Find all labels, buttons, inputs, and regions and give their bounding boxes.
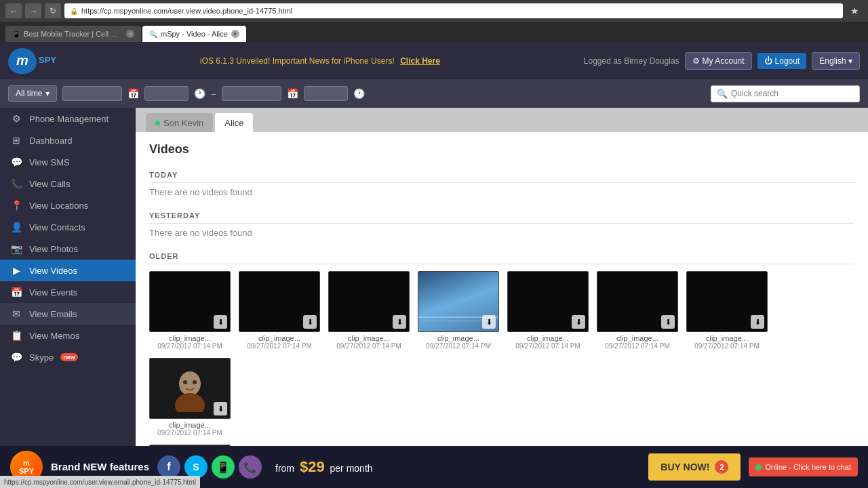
logout-button[interactable]: ⏻ Logout (757, 53, 807, 69)
start-date-input[interactable] (62, 86, 122, 101)
sidebar-item-view-emails[interactable]: ✉ View Emails (0, 303, 136, 325)
price-text: from $29 per month (275, 458, 373, 476)
video-name: clip_image... (169, 421, 211, 429)
svg-point-3 (193, 380, 197, 384)
bookmark-icon[interactable]: ★ (846, 3, 863, 18)
price-amount: $29 (300, 458, 325, 475)
buy-now-button[interactable]: BUY NOW! 2 (648, 453, 741, 481)
sidebar-label: View Locations (29, 201, 88, 211)
video-name: clip_image... (169, 334, 211, 342)
download-overlay[interactable]: ⬇ (572, 315, 585, 329)
video-item[interactable]: ⬇ clip_image... 09/27/2012 07:14 PM (418, 271, 499, 350)
viber-icon[interactable]: 📞 (239, 455, 262, 479)
sidebar-item-view-sms[interactable]: 💬 View SMS (0, 151, 136, 173)
start-time-input[interactable] (144, 86, 189, 101)
sidebar-item-view-locations[interactable]: 📍 View Locations (0, 195, 136, 216)
profile-tab-alice[interactable]: Alice (215, 113, 253, 132)
promo-link[interactable]: Click Here (400, 56, 440, 66)
video-item[interactable]: ⬇ clip_image... 09/27/2012 07:14 PM (149, 271, 231, 350)
video-thumb: ⬇ (149, 271, 231, 332)
facebook-icon[interactable]: f (157, 455, 180, 479)
address-bar[interactable]: 🔒 https://cp.mspyonline.com/user.view.vi… (64, 3, 843, 18)
profile-tab-label: Son Kevin (163, 118, 203, 128)
tab-active[interactable]: 🔍 mSpy - Video - Alice ✕ (142, 26, 246, 42)
tab-inactive[interactable]: 📱 Best Mobile Tracker | Cell Pho... ✕ (5, 26, 141, 42)
emails-icon: ✉ (10, 308, 22, 319)
videos-section: Videos TODAY There are no videos found Y… (136, 132, 868, 447)
date-range-filter[interactable]: All time ▾ (8, 85, 57, 102)
profile-tab-son-kevin[interactable]: Son Kevin (146, 113, 213, 132)
download-overlay[interactable]: ⬇ (214, 315, 227, 329)
sms-icon: 💬 (10, 157, 22, 167)
browser-forward[interactable]: → (25, 3, 41, 18)
video-date: 09/27/2012 07:14 PM (157, 342, 222, 350)
browser-chrome: ← → ↻ 🔒 https://cp.mspyonline.com/user.v… (0, 0, 868, 22)
video-item[interactable]: ⬇ clip_image... 09/27/2012 07:14 PM (507, 271, 589, 350)
skype-social-icon[interactable]: S (184, 455, 208, 479)
video-thumb: ⬇ (597, 271, 678, 332)
search-bar: 🔍 (711, 85, 860, 102)
tab-close-inactive[interactable]: ✕ (126, 30, 134, 38)
browser-back[interactable]: ← (5, 3, 22, 18)
video-item[interactable]: ⬇ clip_image... 09/27/2012 07:14 PM (597, 271, 678, 350)
svg-point-1 (175, 393, 205, 412)
yesterday-empty-text: There are no videos found (149, 228, 854, 238)
new-badge: new (60, 353, 78, 361)
my-account-button[interactable]: ⚙ My Account (685, 52, 752, 70)
clock-icon-start[interactable]: 🕐 (194, 88, 205, 99)
tab-close-active[interactable]: ✕ (231, 30, 239, 38)
logged-as-text: Logged as Birney Douglas (584, 56, 679, 66)
language-button[interactable]: English ▾ (812, 52, 860, 70)
sidebar-item-view-photos[interactable]: 📷 View Photos (0, 238, 136, 260)
browser-tabs: 📱 Best Mobile Tracker | Cell Pho... ✕ 🔍 … (0, 22, 868, 42)
profile-dot-kevin (155, 121, 160, 125)
yesterday-label: YESTERDAY (149, 207, 854, 224)
sidebar-item-view-events[interactable]: 📅 View Events (0, 281, 136, 303)
video-item[interactable]: ⬇ clip_image... 09/27/2012 07:14 PM (149, 358, 231, 436)
search-icon: 🔍 (717, 89, 728, 99)
sidebar-label: View Contacts (29, 222, 85, 232)
download-overlay[interactable]: ⬇ (661, 315, 675, 329)
notification-badge: 2 (715, 460, 728, 474)
download-overlay[interactable]: ⬇ (393, 315, 406, 329)
sidebar-item-view-contacts[interactable]: 👤 View Contacts (0, 216, 136, 238)
browser-refresh[interactable]: ↻ (45, 3, 61, 18)
whatsapp-icon[interactable]: 📱 (212, 455, 235, 479)
today-section: TODAY There are no videos found (149, 167, 854, 197)
sidebar-item-view-videos[interactable]: ▶ View Videos (0, 260, 136, 281)
search-input[interactable] (731, 89, 854, 98)
download-overlay[interactable]: ⬇ (482, 315, 496, 329)
clock-icon-end[interactable]: 🕐 (353, 88, 365, 99)
sidebar-label: Skype (29, 352, 54, 363)
sidebar-item-skype[interactable]: 💬 Skype new (0, 346, 136, 368)
tab-favicon: 📱 (12, 30, 20, 38)
date-separator: – (211, 89, 216, 99)
download-overlay[interactable]: ⬇ (214, 402, 227, 415)
secondary-bar: All time ▾ 📅 🕐 – 📅 🕐 🔍 (0, 79, 868, 108)
online-dot (755, 464, 762, 470)
video-item[interactable]: ⬇ clip_image... 09/27/2012 07:14 PM (328, 271, 410, 350)
video-name: clip_image... (706, 334, 748, 342)
sidebar-label: View Memos (29, 331, 79, 341)
sidebar-item-dashboard[interactable]: ⊞ Dashboard (0, 129, 136, 151)
chat-button[interactable]: Online - Click here to chat (749, 458, 858, 476)
calendar-icon-start[interactable]: 📅 (127, 88, 139, 99)
app-container: m SPY iOS 6.1.3 Unveiled! Important News… (0, 42, 868, 447)
end-time-input[interactable] (304, 86, 348, 101)
ad-text: Brand NEW features (51, 461, 149, 473)
video-item[interactable]: ⬇ clip_image... 09/27/2012 07:14 PM (686, 271, 768, 350)
video-item[interactable]: ⬇ clip_image... 09/27/2012 07:14 PM (239, 271, 320, 350)
download-overlay[interactable]: ⬇ (751, 315, 764, 329)
sidebar-label: View Emails (29, 309, 77, 319)
logo-icon: m (8, 48, 37, 74)
download-overlay[interactable]: ⬇ (303, 315, 317, 329)
sidebar-item-view-memos[interactable]: 📋 View Memos (0, 325, 136, 346)
end-date-input[interactable] (222, 86, 281, 101)
calendar-icon-end[interactable]: 📅 (287, 88, 298, 99)
sidebar-item-view-calls[interactable]: 📞 View Calls (0, 173, 136, 195)
sidebar-item-phone-management[interactable]: ⚙ Phone Management (0, 108, 136, 129)
video-thumb: ⬇ (686, 271, 768, 332)
videos-icon: ▶ (10, 265, 22, 276)
video-name: clip_image... (437, 334, 479, 342)
video-grid: ⬇ clip_image... 09/27/2012 07:14 PM ⬇ cl… (149, 271, 854, 436)
